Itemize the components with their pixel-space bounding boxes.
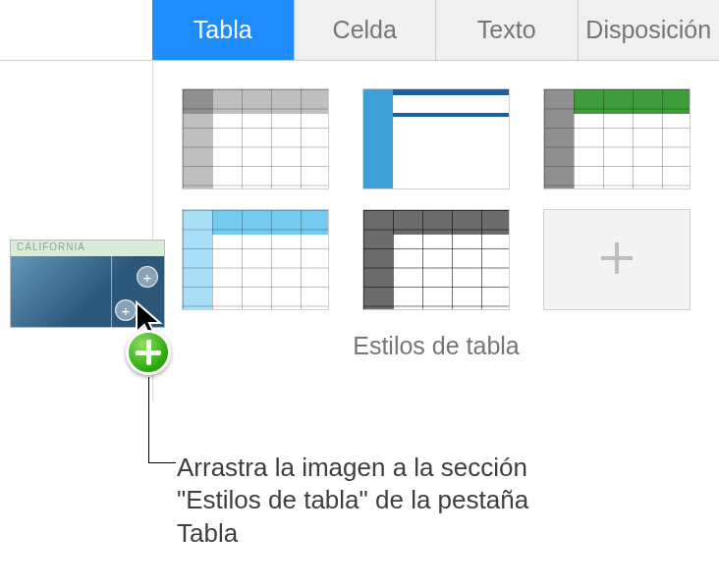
table-style-blue-lines[interactable] <box>362 88 510 189</box>
add-table-style-button[interactable] <box>543 209 691 310</box>
table-styles-panel: Estilos de tabla <box>152 61 719 401</box>
inspector-tabs: Tabla Celda Texto Disposición <box>152 0 719 61</box>
tab-disposicion[interactable]: Disposición <box>579 0 720 60</box>
callout-leader-line <box>148 377 149 463</box>
plus-icon <box>593 235 640 286</box>
table-styles-label: Estilos de tabla <box>183 332 690 360</box>
drag-thumb-title: CALIFORNIA <box>17 241 85 252</box>
table-style-dark-dashed[interactable] <box>362 209 510 310</box>
table-style-gray[interactable] <box>182 88 329 189</box>
callout-text: Arrastra la imagen a la sección "Estilos… <box>177 452 550 550</box>
drag-add-badge-icon <box>126 330 171 375</box>
tab-celda[interactable]: Celda <box>295 0 437 60</box>
tab-tabla[interactable]: Tabla <box>152 0 295 60</box>
table-style-blue-header[interactable] <box>182 209 329 310</box>
table-styles-grid <box>183 88 690 310</box>
table-style-green-header[interactable] <box>543 88 691 189</box>
tab-texto[interactable]: Texto <box>436 0 579 60</box>
thumb-add-icon: + <box>137 266 158 288</box>
blank-top-left <box>0 0 152 61</box>
